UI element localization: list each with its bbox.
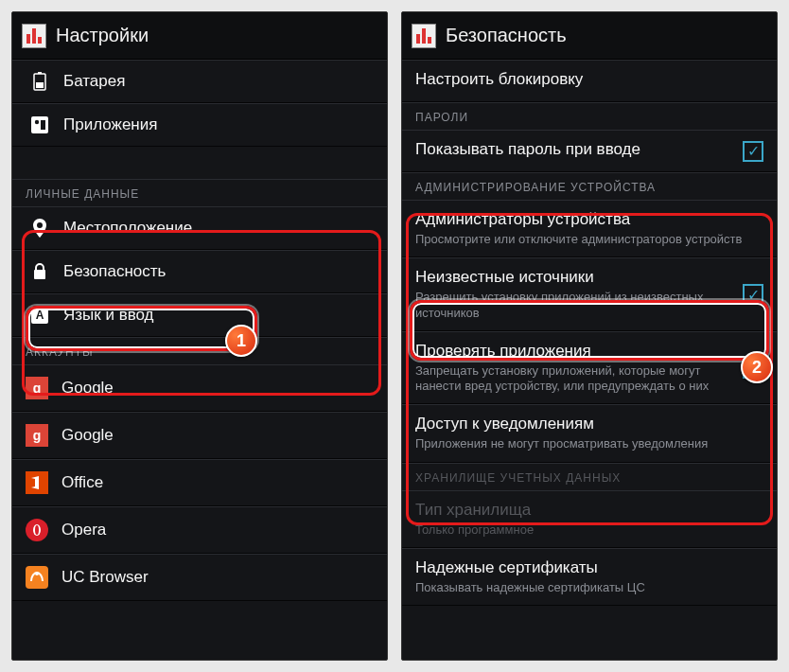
show-password-checkbox[interactable]: ✓ [743,141,763,162]
svg-rect-3 [31,116,48,133]
svg-point-11 [35,525,39,535]
section-accounts: АККАУНТЫ [12,337,387,364]
apps-icon [26,116,54,133]
verify-apps-sub: Запрещать установку приложений, которые … [415,363,735,395]
show-password-row[interactable]: Показывать пароль при вводе ✓ [402,130,777,172]
device-admins-row[interactable]: Администраторы устройства Просмотрите ил… [402,200,777,257]
right-security-screen: Безопасность Настроить блокировку ПАРОЛИ… [401,11,778,661]
google-label-1: Google [61,379,114,398]
settings-icon [412,24,436,48]
section-passwords: ПАРОЛИ [402,102,777,130]
office-icon [26,471,48,494]
lock-icon [26,263,54,280]
location-row[interactable]: Местоположение [12,206,387,250]
storage-type-title: Тип хранилища [415,501,756,520]
left-header: Настройки [12,12,387,60]
verify-apps-title: Проверять приложения [415,342,735,361]
lock-setup-row[interactable]: Настроить блокировку [402,60,777,102]
verify-apps-row[interactable]: Проверять приложения Запрещать установку… [402,331,777,405]
device-admins-title: Администраторы устройства [415,210,756,229]
section-credential-storage: ХРАНИЛИЩЕ УЧЕТНЫХ ДАННЫХ [402,463,777,490]
uc-browser-label: UC Browser [61,568,149,587]
callout-badge-1: 1 [225,325,257,357]
svg-point-6 [37,222,43,228]
pin-icon [26,219,54,238]
battery-row[interactable]: Батарея [12,60,387,103]
google-row-1[interactable]: g Google [12,364,387,412]
svg-rect-5 [41,120,45,130]
office-row[interactable]: Office [12,459,387,506]
callout-badge-2: 2 [741,351,773,383]
unknown-sources-row[interactable]: Неизвестные источники Разрешить установк… [402,257,777,331]
language-icon: A [26,307,54,324]
apps-row[interactable]: Приложения [12,103,387,147]
trusted-certs-row[interactable]: Надежные сертификаты Показывать надежные… [402,548,777,606]
google-label-2: Google [61,426,114,445]
language-label: Язык и ввод [63,306,154,325]
uc-browser-icon [26,566,48,589]
left-title: Настройки [56,25,149,46]
svg-point-4 [35,120,39,124]
device-admins-sub: Просмотрите или отключите администраторо… [415,232,756,247]
battery-icon [26,72,54,91]
lock-setup-label: Настроить блокировку [415,70,756,89]
trusted-certs-title: Надежные сертификаты [415,558,756,577]
unknown-sources-title: Неизвестные источники [415,268,735,287]
google-row-2[interactable]: g Google [12,412,387,459]
section-personal: ЛИЧНЫЕ ДАННЫЕ [12,179,387,206]
uc-browser-row[interactable]: UC Browser [12,554,387,601]
language-row[interactable]: A Язык и ввод [12,293,387,337]
security-row[interactable]: Безопасность [12,250,387,293]
storage-type-sub: Только программное [415,522,756,538]
show-password-label: Показывать пароль при вводе [415,140,735,159]
battery-label: Батарея [63,72,125,91]
opera-row[interactable]: Opera [12,506,387,554]
section-device-admin: АДМИНИСТРИРОВАНИЕ УСТРОЙСТВА [402,172,777,200]
svg-text:A: A [36,309,44,322]
notification-access-title: Доступ к уведомлениям [415,415,756,433]
opera-label: Opera [61,521,106,539]
storage-type-row: Тип хранилища Только программное [402,490,777,548]
location-label: Местоположение [63,219,192,238]
apps-label: Приложения [63,115,157,134]
notification-access-sub: Приложения не могут просматривать уведом… [415,436,756,451]
security-label: Безопасность [63,262,166,281]
opera-icon [26,519,48,541]
google-icon: g [26,424,48,447]
office-label: Office [61,473,103,492]
unknown-sources-checkbox[interactable]: ✓ [743,284,763,305]
svg-rect-7 [34,270,45,279]
right-title: Безопасность [446,25,567,46]
right-header: Безопасность [402,12,777,60]
settings-icon [22,24,46,48]
google-icon: g [26,377,48,399]
left-settings-screen: Настройки Батарея Приложения ЛИЧНЫЕ ДАНН… [11,11,388,661]
unknown-sources-sub: Разрешить установку приложений из неизве… [415,290,735,321]
trusted-certs-sub: Показывать надежные сертификаты ЦС [415,580,756,595]
svg-rect-2 [36,82,44,88]
notification-access-row[interactable]: Доступ к уведомлениям Приложения не могу… [402,404,777,462]
svg-point-12 [35,572,39,575]
